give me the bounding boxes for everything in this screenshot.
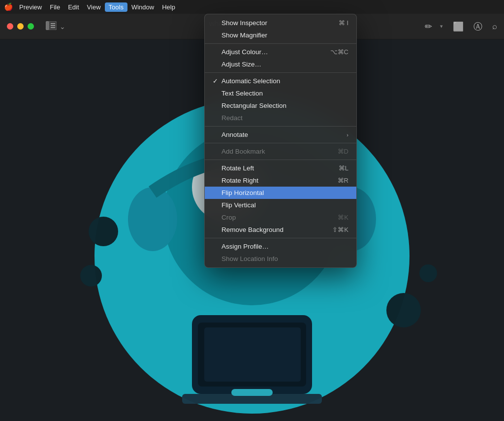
separator-6 <box>205 238 356 238</box>
menu-show-inspector[interactable]: Show Inspector ⌘ I <box>205 17 356 29</box>
menu-crop: Crop ⌘K <box>205 211 356 224</box>
search-icon[interactable]: ⌕ <box>492 22 497 32</box>
menu-tools[interactable]: Tools <box>105 2 127 12</box>
menu-rotate-left[interactable]: Rotate Left ⌘L <box>205 162 356 174</box>
maximize-button[interactable] <box>28 23 34 30</box>
menu-add-bookmark: Add Bookmark ⌘D <box>205 145 356 158</box>
menu-preview[interactable]: Preview <box>15 2 46 12</box>
menu-flip-vertical[interactable]: Flip Vertical <box>205 199 356 211</box>
menu-view[interactable]: View <box>83 2 105 12</box>
menu-assign-profile[interactable]: Assign Profile… <box>205 240 356 253</box>
apple-menu[interactable]: 🍎 <box>4 2 13 11</box>
menu-help[interactable]: Help <box>158 2 179 12</box>
minimize-button[interactable] <box>17 23 24 30</box>
titlebar-actions: ✏ ▾ ⬜ Ⓐ ⌕ <box>425 21 497 32</box>
menu-rectangular-selection[interactable]: Rectangular Selection <box>205 99 356 112</box>
menu-annotate[interactable]: Annotate › <box>205 129 356 141</box>
separator-2 <box>205 72 356 73</box>
menu-flip-horizontal[interactable]: Flip Horizontal <box>205 187 356 199</box>
submenu-arrow-icon: › <box>346 132 348 138</box>
menu-adjust-size[interactable]: Adjust Size… <box>205 58 356 70</box>
chevron-small-icon[interactable]: ▾ <box>440 23 443 30</box>
menu-rotate-right[interactable]: Rotate Right ⌘R <box>205 174 356 187</box>
menu-redact: Redact <box>205 112 356 124</box>
separator-1 <box>205 43 356 44</box>
expand-icon[interactable]: ⬜ <box>453 21 464 32</box>
close-button[interactable] <box>7 23 13 30</box>
menu-edit[interactable]: Edit <box>64 2 83 12</box>
menu-automatic-selection[interactable]: ✓ Automatic Selection <box>205 75 356 87</box>
separator-5 <box>205 160 356 160</box>
separator-4 <box>205 143 356 143</box>
annotate-icon[interactable]: Ⓐ <box>473 21 482 32</box>
menubar: 🍎 Preview File Edit View Tools Window He… <box>0 0 504 14</box>
separator-3 <box>205 126 356 127</box>
menu-adjust-colour[interactable]: Adjust Colour… ⌥⌘C <box>205 46 356 58</box>
menu-show-location-info: Show Location Info <box>205 253 356 265</box>
pencil-icon[interactable]: ✏ <box>425 21 432 32</box>
svg-point-9 <box>419 264 437 282</box>
tools-dropdown-menu: Show Inspector ⌘ I Show Magnifier Adjust… <box>204 14 357 268</box>
menu-remove-background[interactable]: Remove Background ⇧⌘K <box>205 224 356 236</box>
menu-text-selection[interactable]: Text Selection <box>205 87 356 99</box>
menu-file[interactable]: File <box>46 2 64 12</box>
menu-show-magnifier[interactable]: Show Magnifier <box>205 29 356 41</box>
menu-window[interactable]: Window <box>127 2 158 12</box>
traffic-lights <box>7 23 34 30</box>
